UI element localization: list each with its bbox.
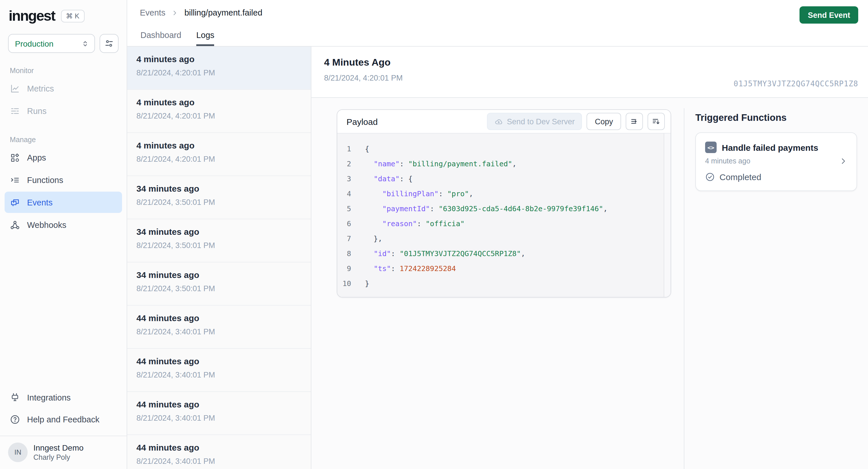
send-event-button[interactable]: Send Event [800,6,858,24]
breadcrumb-events-link[interactable]: Events [140,8,165,17]
code-scrollbar[interactable] [664,133,671,297]
event-list-item[interactable]: 4 minutes ago 8/21/2024, 4:20:01 PM [127,133,311,176]
payload-code-line: 6 "reason": "officia" [337,216,671,231]
line-content: { [351,144,369,153]
line-number: 9 [337,264,351,273]
payload-code-line: 1 { [337,141,671,156]
word-wrap-icon [630,117,639,126]
user-name: Charly Poly [33,454,84,462]
event-timestamp: 8/21/2024, 3:50:01 PM [136,241,302,250]
event-detail: 4 Minutes Ago 8/21/2024, 4:20:01 PM 01J5… [311,46,868,469]
event-list-item[interactable]: 44 minutes ago 8/21/2024, 3:40:01 PM [127,306,311,349]
environment-selector[interactable]: Production [8,34,95,53]
sidebar-item-help[interactable]: Help and Feedback [5,409,122,430]
payload-code-line: 3 "data": { [337,171,671,186]
line-number: 1 [337,144,351,153]
breadcrumb-current: billing/payment.failed [184,8,262,17]
sidebar-item-label: Runs [27,106,46,115]
event-detail-header: 4 Minutes Ago 8/21/2024, 4:20:01 PM 01J5… [311,46,868,98]
sidebar-item-label: Functions [27,175,63,184]
inngest-app: inngest ⌘ K Production Monitor Metrics [0,0,868,469]
events-icon [10,197,20,208]
environment-settings-button[interactable] [100,34,119,53]
sidebar-item-apps[interactable]: Apps [5,147,122,168]
line-content: "ts": 1724228925284 [351,264,456,273]
line-content: }, [351,234,382,243]
payload-code: 1 { 2 "name": "billing/payment.failed", … [337,141,671,291]
line-number: 2 [337,159,351,168]
event-relative-time: 34 minutes ago [136,184,302,193]
event-timestamp: 8/21/2024, 4:20:01 PM [136,68,302,77]
sidebar-item-integrations[interactable]: Integrations [5,387,122,408]
event-relative-time: 4 minutes ago [136,97,302,107]
event-list-item[interactable]: 34 minutes ago 8/21/2024, 3:50:01 PM [127,219,311,262]
function-run-time: 4 minutes ago [705,157,750,165]
tab-dashboard[interactable]: Dashboard [141,31,181,46]
event-timestamp: 8/21/2024, 3:40:01 PM [136,457,302,466]
sidebar-section-monitor: Monitor [10,67,127,75]
inngest-logo: inngest [9,7,55,24]
main-area: Events billing/payment.failed Dashboard … [127,0,868,469]
event-list-item[interactable]: 44 minutes ago 8/21/2024, 3:40:01 PM [127,349,311,392]
event-relative-time: 44 minutes ago [136,356,302,366]
event-timestamp: 8/21/2024, 3:50:01 PM [136,284,302,293]
scroll-to-bottom-button[interactable] [648,113,665,130]
workspace-name: Inngest Demo [33,443,84,452]
sidebar-item-label: Apps [27,153,46,162]
line-content: "name": "billing/payment.failed", [351,159,517,168]
event-list-item[interactable]: 4 minutes ago 8/21/2024, 4:20:01 PM [127,46,311,90]
sidebar-item-label: Help and Feedback [27,415,100,424]
triggered-functions-panel: Triggered Functions <> Handle failed pay… [684,98,868,469]
event-list-item[interactable]: 34 minutes ago 8/21/2024, 3:50:01 PM [127,176,311,219]
event-list-item[interactable]: 34 minutes ago 8/21/2024, 3:50:01 PM [127,262,311,306]
plug-icon [10,392,20,403]
tab-logs[interactable]: Logs [196,31,214,46]
environment-value: Production [15,39,81,48]
sidebar-item-webhooks[interactable]: Webhooks [5,214,122,236]
event-relative-time: 44 minutes ago [136,313,302,323]
triggered-function-card[interactable]: <> Handle failed payments 4 minutes ago [695,132,857,191]
sidebar-item-label: Webhooks [27,220,66,229]
event-timestamp: 8/21/2024, 3:40:01 PM [136,327,302,336]
scroll-to-bottom-icon [652,117,661,126]
line-content: "id": "01J5TMY3VJTZ2QG74QCC5RP1Z8", [351,249,525,257]
help-icon [10,414,20,425]
sidebar-item-metrics[interactable]: Metrics [5,78,122,99]
event-list-item[interactable]: 44 minutes ago 8/21/2024, 3:40:01 PM [127,392,311,435]
function-code-icon: <> [705,142,717,153]
event-relative-time: 44 minutes ago [136,442,302,452]
line-number: 10 [337,279,351,287]
payload-code-line: 8 "id": "01J5TMY3VJTZ2QG74QCC5RP1Z8", [337,246,671,261]
chevron-right-icon [172,9,178,16]
sidebar-item-label: Events [27,198,53,207]
user-menu[interactable]: IN Inngest Demo Charly Poly [0,436,127,469]
sidebar-item-runs[interactable]: Runs [5,100,122,121]
cloud-down-icon [494,117,503,126]
event-list-item[interactable]: 4 minutes ago 8/21/2024, 4:20:01 PM [127,90,311,133]
command-k-shortcut[interactable]: ⌘ K [61,9,85,22]
breadcrumb: Events billing/payment.failed [140,8,868,17]
send-to-dev-server-button[interactable]: Send to Dev Server [487,113,582,130]
line-number: 3 [337,174,351,183]
event-timestamp: 8/21/2024, 4:20:01 PM [136,155,302,163]
triggered-functions-heading: Triggered Functions [695,112,857,123]
sidebar-item-label: Metrics [27,84,54,93]
line-number: 8 [337,249,351,257]
line-content: "data": { [351,174,413,183]
tab-bar: Dashboard Logs [141,31,868,46]
event-detail-title: 4 Minutes Ago [324,57,858,68]
event-relative-time: 44 minutes ago [136,399,302,409]
payload-code-line: 7 }, [337,231,671,246]
event-relative-time: 4 minutes ago [136,54,302,64]
panel-divider [684,108,684,469]
event-relative-time: 4 minutes ago [136,140,302,150]
sidebar-item-events[interactable]: Events [5,192,122,213]
copy-button[interactable]: Copy [587,113,621,130]
sidebar-item-functions[interactable]: Functions [5,169,122,190]
sidebar: inngest ⌘ K Production Monitor Metrics [0,0,127,469]
webhooks-icon [10,220,20,230]
event-list-item[interactable]: 44 minutes ago 8/21/2024, 3:40:01 PM [127,435,311,469]
payload-section: Payload Send to Dev Server Copy [311,98,684,469]
payload-title: Payload [346,117,487,126]
word-wrap-button[interactable] [626,113,643,130]
